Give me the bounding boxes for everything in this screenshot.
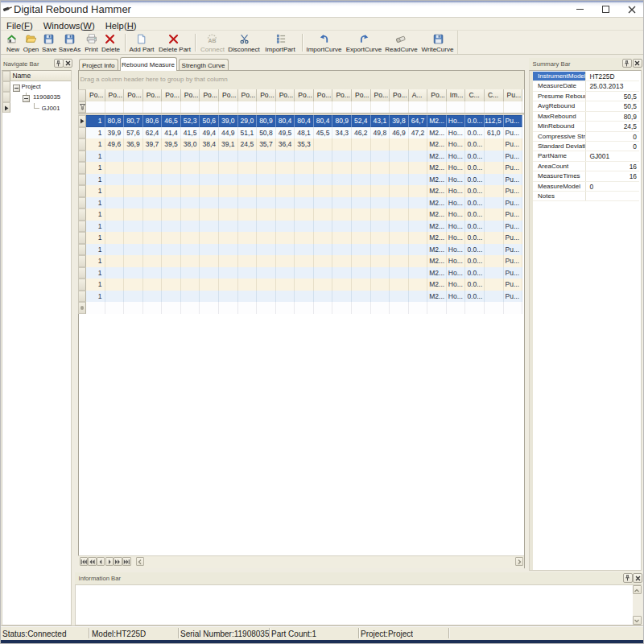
svg-text:AB: AB — [208, 38, 216, 43]
